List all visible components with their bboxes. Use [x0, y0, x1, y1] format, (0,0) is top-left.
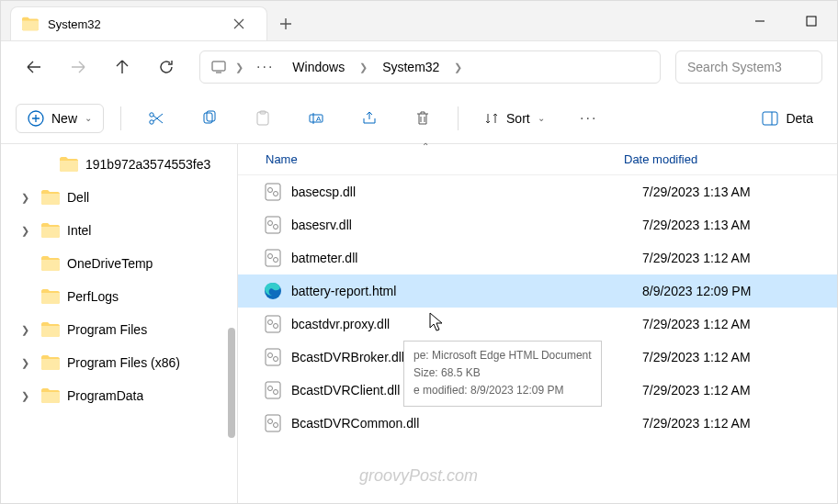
sidebar-item[interactable]: ❯PerfLogs [1, 280, 237, 313]
column-header-name[interactable]: Name [238, 152, 624, 166]
svg-point-3 [150, 112, 153, 116]
copy-icon [201, 110, 218, 127]
scrollbar-thumb[interactable] [228, 328, 235, 438]
search-input[interactable]: Search System3 [675, 50, 822, 84]
back-button[interactable] [16, 49, 52, 85]
plus-circle-icon [28, 110, 44, 127]
up-button[interactable] [104, 49, 141, 85]
close-icon [233, 18, 244, 29]
file-name: basecsp.dll [291, 185, 642, 199]
file-row[interactable]: basecsp.dll7/29/2023 1:13 AM [238, 175, 837, 208]
sidebar-item-label: PerfLogs [67, 289, 119, 304]
share-icon [361, 110, 378, 127]
chevron-right-icon[interactable]: ❯ [21, 324, 34, 336]
file-row[interactable]: batmeter.dll7/29/2023 1:12 AM [238, 241, 837, 274]
chevron-right-icon[interactable]: ❯ [21, 225, 34, 237]
tab-active[interactable]: System32 [10, 6, 267, 40]
chevron-right-icon[interactable]: ❯ [21, 192, 34, 204]
chevron-down-icon: ⌄ [538, 113, 545, 123]
file-date: 7/29/2023 1:13 AM [642, 218, 751, 232]
svg-rect-18 [266, 250, 280, 266]
file-row[interactable]: bcastdvr.proxy.dll7/29/2023 1:12 AM [238, 308, 837, 341]
refresh-button[interactable] [148, 49, 185, 85]
minimize-button[interactable] [734, 1, 786, 41]
arrow-left-icon [26, 59, 42, 75]
sidebar-item[interactable]: ❯Program Files [1, 313, 237, 346]
sidebar-item[interactable]: ❯OneDriveTemp [1, 247, 237, 280]
tab-close-button[interactable] [226, 11, 252, 37]
watermark: groovyPost.com [359, 466, 478, 486]
file-list[interactable]: basecsp.dll7/29/2023 1:13 AMbasesrv.dll7… [238, 175, 837, 504]
sidebar-item[interactable]: ❯Program Files (x86) [1, 346, 237, 379]
window-controls [734, 1, 837, 40]
title-bar: System32 [1, 1, 837, 41]
breadcrumb-overflow[interactable]: ··· [251, 59, 279, 75]
svg-rect-12 [266, 184, 280, 200]
file-name: BcastDVRCommon.dll [291, 416, 642, 431]
more-button[interactable]: ··· [571, 100, 607, 137]
cut-button[interactable] [138, 100, 175, 137]
sidebar-item-label: OneDriveTemp [67, 256, 153, 271]
new-menu-button[interactable]: New ⌄ [16, 104, 104, 133]
refresh-icon [158, 59, 175, 75]
file-date: 7/29/2023 1:13 AM [642, 185, 751, 199]
chevron-right-icon[interactable]: ❯ [21, 390, 34, 402]
forward-button[interactable] [60, 49, 96, 85]
maximize-button[interactable] [786, 1, 837, 41]
arrow-right-icon [70, 59, 86, 75]
arrow-up-icon [114, 59, 130, 75]
new-tab-button[interactable] [267, 6, 304, 40]
file-pane: ⌃ Name Date modified basecsp.dll7/29/202… [238, 144, 837, 504]
sidebar-item[interactable]: ❯Intel [1, 214, 237, 247]
svg-point-4 [150, 119, 153, 123]
chevron-right-icon[interactable]: ❯ [357, 62, 369, 73]
rename-button[interactable]: A [298, 100, 334, 137]
paste-icon [255, 110, 271, 127]
column-header-date[interactable]: Date modified [624, 152, 837, 166]
toolbar-separator [458, 106, 459, 130]
chevron-down-icon: ⌄ [85, 113, 92, 123]
new-menu-label: New [51, 111, 77, 126]
file-date: 7/29/2023 1:12 AM [642, 416, 751, 431]
file-row[interactable]: battery-report.html8/9/2023 12:09 PM [238, 274, 837, 308]
file-date: 7/29/2023 1:12 AM [642, 317, 751, 331]
svg-rect-0 [807, 17, 816, 26]
file-date: 7/29/2023 1:12 AM [642, 251, 751, 265]
chevron-right-icon[interactable]: ❯ [21, 357, 34, 369]
search-placeholder: Search System3 [687, 60, 782, 74]
tooltip-line: pe: Microsoft Edge HTML Document [413, 347, 592, 364]
chevron-right-icon[interactable]: ❯ [233, 62, 245, 73]
svg-rect-1 [212, 62, 225, 71]
breadcrumb-item[interactable]: System32 [375, 56, 447, 78]
sidebar-item[interactable]: ❯Dell [1, 181, 237, 214]
copy-button[interactable] [191, 100, 228, 137]
share-button[interactable] [351, 100, 388, 137]
svg-rect-22 [266, 316, 280, 332]
file-row[interactable]: BcastDVRCommon.dll7/29/2023 1:12 AM [238, 407, 837, 440]
sidebar-item[interactable]: ❯191b972a3574553fe3 [1, 148, 237, 181]
svg-rect-15 [266, 217, 280, 233]
scissors-icon [148, 110, 164, 127]
svg-rect-28 [266, 382, 280, 398]
breadcrumb-item[interactable]: Windows [285, 56, 352, 78]
breadcrumb[interactable]: ❯ ··· Windows ❯ System32 ❯ [199, 50, 661, 84]
more-icon: ··· [580, 110, 597, 127]
sidebar-item[interactable]: ❯ProgramData [1, 379, 237, 412]
details-pane-icon [762, 110, 778, 127]
details-toggle-button[interactable]: Deta [753, 105, 822, 132]
svg-rect-25 [266, 349, 280, 365]
trash-icon [414, 110, 431, 127]
sort-menu-button[interactable]: Sort ⌄ [475, 106, 554, 131]
sidebar[interactable]: ❯191b972a3574553fe3❯Dell❯Intel❯OneDriveT… [1, 144, 238, 504]
delete-button[interactable] [404, 100, 441, 137]
folder-icon [22, 16, 39, 32]
chevron-right-icon[interactable]: ❯ [452, 62, 464, 73]
svg-text:A: A [316, 115, 322, 123]
monitor-icon[interactable] [210, 58, 228, 76]
paste-button[interactable] [244, 100, 281, 137]
sidebar-item-label: Intel [67, 223, 91, 238]
file-row[interactable]: basesrv.dll7/29/2023 1:13 AM [238, 208, 837, 241]
toolbar-separator [120, 106, 121, 130]
tooltip-line: Size: 68.5 KB [413, 364, 592, 382]
file-date: 8/9/2023 12:09 PM [642, 284, 751, 298]
